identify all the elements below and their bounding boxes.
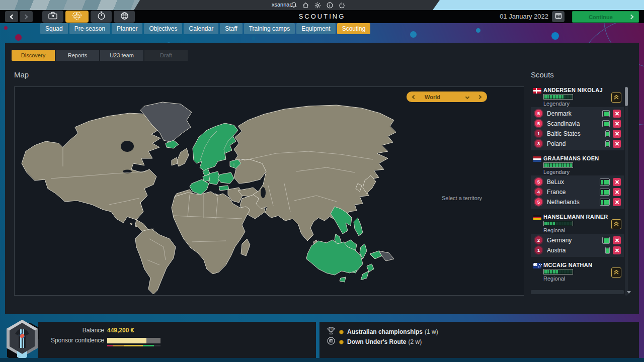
scout-level-label: Legendary [543,101,570,107]
zone-dropdown-icon[interactable] [465,95,469,99]
assignment-slots [600,199,610,206]
tab-squad[interactable]: Squad [40,23,68,34]
balance-value: 449,200 € [107,327,134,334]
remove-territory-button[interactable] [613,130,621,138]
calendar-button[interactable] [552,11,565,22]
level-segment [553,222,555,225]
calendar-icon [555,12,562,21]
balance-label: Balance [38,327,104,334]
scroll-down-icon[interactable] [627,291,631,294]
territory-row: 5Scandinavia [531,119,624,129]
territory-block: 5Denmark5Scandinavia1Baltic States3Polan… [531,107,624,150]
territory-united-kingdom [177,148,189,166]
assignment-slots [602,120,610,127]
rating-badge: 1 [535,246,542,254]
top-bar-pattern [0,0,140,10]
gear-icon[interactable] [314,2,321,9]
slot-filled [606,200,609,205]
subtab-draft: Draft [144,50,188,61]
gold-medal-icon [339,330,344,334]
remove-territory-button[interactable] [613,188,621,196]
zone-next-icon[interactable] [477,95,481,99]
slot-filled [604,112,606,116]
tab-planner[interactable]: Planner [112,23,142,34]
subtab-u23-team[interactable]: U23 team [100,50,143,61]
territory-row: 1Baltic States [531,129,624,139]
club-logo[interactable] [4,319,40,360]
rating-badge: 4 [535,188,542,196]
world-map[interactable]: World Select a territory [14,86,524,296]
level-segment [550,95,552,99]
slot-filled [604,190,606,195]
level-segment [547,222,550,225]
scout-level-bar [543,162,573,168]
top-bar-highlight [433,0,644,10]
rating-badge: 5 [535,198,542,206]
scout-header: ANDERSEN NIKOLAJLegendary [531,86,624,107]
remove-territory-button[interactable] [613,236,621,244]
remove-territory-button[interactable] [613,110,621,118]
subtab-discovery[interactable]: Discovery [12,50,55,61]
scout-name: ANDERSEN NIKOLAJ [543,87,603,93]
double-chevron-up-icon [613,268,619,277]
tab-scouting[interactable]: Scouting [337,23,371,34]
remove-territory-button[interactable] [613,198,621,206]
territory-block: 5BeLux4France5Netherlands [531,175,624,209]
tab-calendar[interactable]: Calendar [184,23,218,34]
level-segment [561,95,564,99]
flag-icon-de [533,215,541,220]
remove-territory-button[interactable] [613,140,621,148]
scout-level-label: Regional [543,276,565,282]
level-segment [555,163,558,167]
assignment-slots [602,110,610,117]
territory-name: Poland [547,140,566,147]
territory-tasmania [340,277,346,282]
slot-filled [604,200,606,205]
collapse-scout-button[interactable] [611,219,621,229]
scout-header: HANSELMANN RAINERRegional [531,213,624,234]
subtab-reports[interactable]: Reports [56,50,99,61]
slot-filled [606,180,609,185]
tab-pre-season[interactable]: Pre-season [69,23,110,34]
continue-button[interactable]: Continue [572,11,639,23]
continue-chevron-icon [629,15,634,20]
tab-staff[interactable]: Staff [220,23,242,34]
map-zone-selector[interactable]: World [407,92,487,102]
level-segment [564,222,567,225]
assignment-slots [605,140,610,147]
power-icon[interactable] [339,2,345,9]
info-icon[interactable] [327,2,333,9]
remove-territory-button[interactable] [613,178,621,186]
tab-objectives[interactable]: Objectives [144,23,182,34]
level-segment [553,270,555,274]
scouts-scrollbar[interactable] [625,86,628,296]
scale-segment [113,345,124,346]
territory-row: 1Austria [531,245,624,255]
level-segment [555,270,558,274]
level-segment [570,270,572,274]
palmares-name: Down Under's Route [347,338,407,345]
world-map-svg [15,87,525,296]
scout-level-label: Legendary [543,169,570,175]
palmares-name: Australian championships [347,328,423,335]
territory-name: BeLux [547,178,564,186]
home-icon[interactable] [302,2,309,9]
tab-training-camps[interactable]: Training camps [244,23,295,34]
level-segment [558,222,561,225]
collapse-scout-button[interactable] [611,267,621,278]
level-segment [555,222,558,225]
slot-filled [604,122,606,126]
remove-territory-button[interactable] [613,120,621,128]
scrollbar-thumb[interactable] [625,87,628,106]
zone-prev-icon[interactable] [412,95,416,99]
map-heading: Map [14,70,29,79]
remove-territory-button[interactable] [613,246,621,254]
slot-filled [601,200,603,205]
territory-row: 2Germany [531,235,624,245]
tab-equipment[interactable]: Equipment [296,23,335,34]
sponsor-confidence-label: Sponsor confidence [38,337,104,344]
bell-icon[interactable] [291,2,297,9]
collapse-scout-button[interactable] [611,93,621,103]
level-segment [558,270,561,274]
territory-name: Baltic States [547,130,581,137]
